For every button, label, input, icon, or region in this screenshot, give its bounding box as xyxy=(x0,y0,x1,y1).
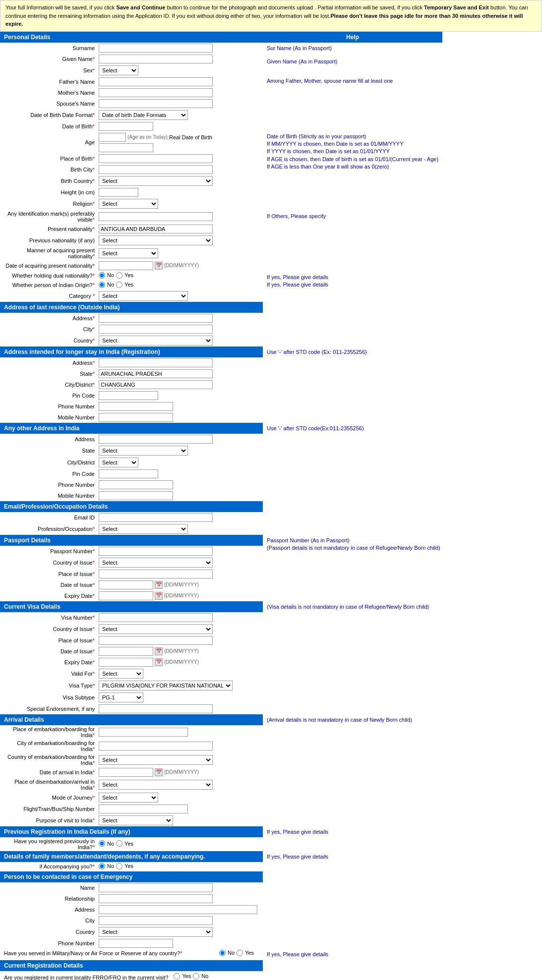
visa-number-input[interactable] xyxy=(99,613,213,622)
india-mobile-input[interactable] xyxy=(99,413,173,422)
height-input[interactable] xyxy=(99,188,138,197)
emergency-city-input[interactable] xyxy=(99,916,213,925)
emergency-name-input[interactable] xyxy=(99,883,213,892)
prev-registered-no-radio[interactable] xyxy=(99,840,105,847)
passport-country-row: Country of Issue* Select xyxy=(0,557,263,569)
arrival-section: Arrival Details Place of embarkation/boa… xyxy=(0,714,542,826)
accompanying-yes-radio[interactable] xyxy=(116,863,122,869)
india-pin-code-input[interactable] xyxy=(99,391,158,400)
embarkation-city-input[interactable] xyxy=(99,742,213,750)
india-phone-input[interactable] xyxy=(99,402,173,411)
visa-expiry-input[interactable] xyxy=(99,658,153,667)
dual-nationality-yes-radio[interactable] xyxy=(116,272,122,279)
other-state-select[interactable]: Select xyxy=(99,446,188,456)
indian-origin-yes-radio[interactable] xyxy=(116,282,122,288)
dual-nationality-no-radio[interactable] xyxy=(99,272,105,279)
passport-date-issue-calendar-icon[interactable]: 📅 xyxy=(155,581,163,589)
other-state-label: State xyxy=(0,445,97,457)
previous-nationality-select[interactable]: Select xyxy=(99,235,213,245)
indian-origin-row: Whether person of Indian Origin?* No Yes xyxy=(0,281,263,290)
visa-type-row: Visa Type* PILGRIM VISA(ONLY FOR PAKISTA… xyxy=(0,680,263,692)
passport-expiry-input[interactable] xyxy=(99,591,153,600)
visa-expiry-calendar-icon[interactable]: 📅 xyxy=(155,658,163,666)
help-dual-nationality: If yes, Please give details xyxy=(267,274,438,281)
outside-country-select[interactable]: Select xyxy=(99,336,213,346)
india-phone-label: Phone Number xyxy=(0,401,97,412)
visa-country-select[interactable]: Select xyxy=(99,624,213,634)
military-yes-radio[interactable] xyxy=(237,950,243,956)
given-name-input[interactable] xyxy=(99,55,213,63)
real-dob-input[interactable] xyxy=(99,143,153,152)
embarkation-country-select[interactable]: Select xyxy=(99,755,213,765)
emergency-phone-input[interactable] xyxy=(99,939,173,948)
identification-mark-input[interactable] xyxy=(99,212,213,221)
emergency-country-label: Country xyxy=(0,926,97,938)
dob-input[interactable] xyxy=(99,122,153,131)
arrival-date-input[interactable] xyxy=(99,768,153,777)
emergency-relationship-input[interactable] xyxy=(99,894,213,903)
special-endorsement-input[interactable] xyxy=(99,704,213,713)
manner-acquiring-select[interactable]: Select xyxy=(99,248,158,258)
profession-select[interactable]: Select xyxy=(99,524,188,534)
religion-select[interactable]: Select xyxy=(99,199,158,209)
other-phone-input[interactable] xyxy=(99,480,173,489)
date-acquiring-calendar-icon[interactable]: 📅 xyxy=(155,262,163,270)
flight-number-input[interactable] xyxy=(99,805,188,813)
dob-format-select[interactable]: Date of birth Date Formats DD/MM/YYYY MM… xyxy=(99,110,188,120)
age-row: Age (Age as on Today) Real Date of Birth xyxy=(0,132,263,153)
birth-country-select[interactable]: Select xyxy=(99,176,213,186)
outside-address-input[interactable] xyxy=(99,314,213,323)
military-no-radio[interactable] xyxy=(219,950,226,956)
visa-type-select[interactable]: PILGRIM VISA(ONLY FOR PAKISTAN NATIONALS… xyxy=(99,681,233,691)
present-nationality-input[interactable] xyxy=(99,225,213,233)
arrival-date-calendar-icon[interactable]: 📅 xyxy=(155,768,163,776)
other-pin-code-input[interactable] xyxy=(99,469,158,478)
email-id-input[interactable] xyxy=(99,513,213,522)
disembarkation-place-select[interactable]: Select xyxy=(99,780,213,790)
birth-city-input[interactable] xyxy=(99,165,213,174)
accompanying-no-radio[interactable] xyxy=(99,863,105,869)
india-address-input[interactable] xyxy=(99,358,213,367)
visa-date-issue-input[interactable] xyxy=(99,647,153,656)
outside-city-input[interactable] xyxy=(99,325,213,334)
passport-number-input[interactable] xyxy=(99,547,213,556)
passport-expiry-calendar-icon[interactable]: 📅 xyxy=(155,592,163,600)
place-of-birth-input[interactable] xyxy=(99,154,213,163)
india-city-district-input[interactable] xyxy=(99,380,213,389)
indian-origin-no-radio[interactable] xyxy=(99,282,105,288)
other-address-input[interactable] xyxy=(99,435,213,444)
visa-type-label: Visa Type* xyxy=(0,680,97,692)
purpose-visit-select[interactable]: Select xyxy=(99,815,173,825)
category-select[interactable]: Select xyxy=(99,291,188,301)
mothers-name-input[interactable] xyxy=(99,88,213,97)
spouses-name-input[interactable] xyxy=(99,99,213,108)
prev-registered-yes-radio[interactable] xyxy=(116,840,122,847)
passport-header: Passport Details xyxy=(0,535,263,546)
fathers-name-input[interactable] xyxy=(99,77,213,86)
current-reg-yes-radio[interactable] xyxy=(174,973,180,980)
passport-place-input[interactable] xyxy=(99,570,213,578)
date-acquiring-input[interactable] xyxy=(99,261,153,270)
india-state-input[interactable] xyxy=(99,369,213,378)
mode-journey-select[interactable]: Select xyxy=(99,793,158,803)
visa-date-issue-calendar-icon[interactable]: 📅 xyxy=(155,647,163,655)
date-acquiring-row: Date of acquiring present nationality* 📅… xyxy=(0,260,263,271)
emergency-address-input[interactable] xyxy=(99,905,257,914)
passport-country-select[interactable]: Select xyxy=(99,558,213,568)
passport-date-issue-input[interactable] xyxy=(99,580,153,589)
other-mobile-input[interactable] xyxy=(99,491,173,500)
visa-valid-for-select[interactable]: Select xyxy=(99,669,143,679)
age-input[interactable] xyxy=(99,133,126,142)
birth-country-row: Birth Country* Select xyxy=(0,175,263,187)
other-city-district-select[interactable]: Select xyxy=(99,458,138,467)
sex-select[interactable]: Select Male Female Transgender xyxy=(99,65,138,75)
current-reg-no-radio[interactable] xyxy=(193,973,199,980)
visa-place-input[interactable] xyxy=(99,636,213,645)
embarkation-place-input[interactable] xyxy=(99,728,188,737)
emergency-country-select[interactable]: Select xyxy=(99,927,213,937)
help-area-email xyxy=(263,501,542,535)
present-nationality-label: Present nationality* xyxy=(0,224,97,234)
visa-subtype-select[interactable]: PG-1 xyxy=(99,692,143,702)
outside-address-row: Address* xyxy=(0,313,263,324)
surname-input[interactable] xyxy=(99,44,213,53)
